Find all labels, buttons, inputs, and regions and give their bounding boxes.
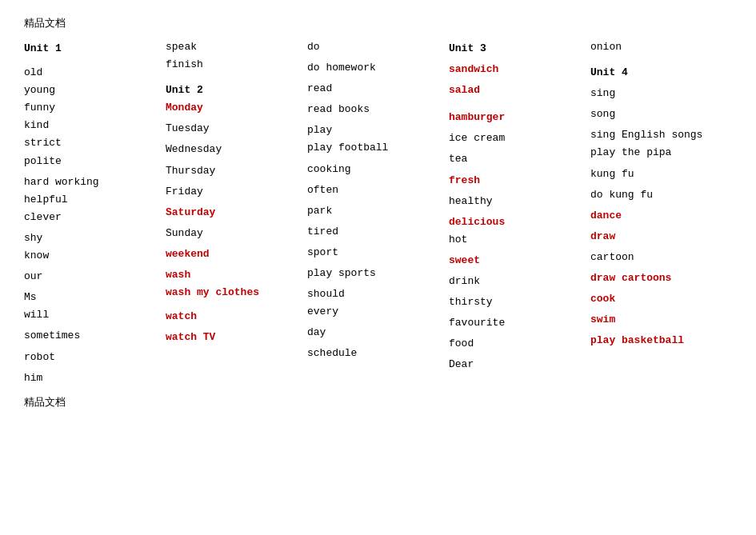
word-item: play sports xyxy=(307,265,441,282)
word-item: do homework xyxy=(307,59,441,77)
word-item: swim xyxy=(590,311,724,329)
word-item: finish xyxy=(166,56,299,74)
main-content: Unit 1oldyoungfunnykindstrictpolitehard … xyxy=(24,38,732,387)
word-item: dance xyxy=(590,207,724,225)
word-item: hamburger xyxy=(449,109,582,126)
word-item: him xyxy=(24,369,158,387)
word-item: strict xyxy=(24,134,158,152)
page-header: 精品文档 xyxy=(24,16,732,30)
word-item: watch xyxy=(166,308,299,325)
word-item: food xyxy=(449,335,582,353)
word-item: wash xyxy=(166,266,299,284)
word-item: sing xyxy=(590,85,724,102)
word-item: cooking xyxy=(307,161,441,178)
word-item: onion xyxy=(590,38,724,56)
column-col3: dodo homeworkreadread booksplayplay foot… xyxy=(307,38,449,387)
word-item: play xyxy=(307,122,441,139)
word-item: play the pipa xyxy=(590,144,724,162)
word-item: healthy xyxy=(449,193,582,210)
word-item: sandwich xyxy=(449,61,582,78)
word-item: do kung fu xyxy=(590,186,724,204)
word-item: delicious xyxy=(449,214,582,231)
word-item: kung fu xyxy=(590,166,724,183)
word-item: speak xyxy=(166,38,299,56)
word-item: every xyxy=(307,303,441,321)
word-item: cook xyxy=(590,290,724,308)
word-item: often xyxy=(307,182,441,199)
word-item: salad xyxy=(449,82,582,99)
word-item: weekend xyxy=(166,246,299,263)
word-item: clever xyxy=(24,209,158,226)
word-item: should xyxy=(307,285,441,303)
word-item: cartoon xyxy=(590,249,724,266)
word-item: Wednesday xyxy=(166,141,299,158)
word-item: polite xyxy=(24,153,158,170)
word-item: thirsty xyxy=(449,293,582,311)
word-item: Friday xyxy=(166,183,299,201)
word-item: draw xyxy=(590,228,724,246)
word-item: robot xyxy=(24,349,158,366)
word-item: hot xyxy=(449,231,582,249)
word-item: our xyxy=(24,268,158,285)
column-col2: speakfinishUnit 2MondayTuesdayWednesdayT… xyxy=(166,38,307,387)
spacer xyxy=(590,59,724,62)
page-footer: 精品文档 xyxy=(24,395,732,409)
word-item: Unit 1 xyxy=(24,40,158,58)
word-item: helpful xyxy=(24,191,158,209)
word-item: Unit 3 xyxy=(449,40,582,58)
word-item: favourite xyxy=(449,314,582,332)
word-item: fresh xyxy=(449,172,582,190)
column-col1: Unit 1oldyoungfunnykindstrictpolitehard … xyxy=(24,38,166,387)
word-item: funny xyxy=(24,99,158,117)
word-item: kind xyxy=(24,117,158,134)
word-item: play football xyxy=(307,139,441,157)
word-item: sometimes xyxy=(24,327,158,345)
word-item: tea xyxy=(449,150,582,168)
word-item: old xyxy=(24,64,158,82)
word-item: read xyxy=(307,80,441,98)
word-item: sport xyxy=(307,244,441,262)
word-item: Monday xyxy=(166,99,299,117)
word-item: tired xyxy=(307,223,441,241)
word-item: read books xyxy=(307,101,441,118)
column-col4: Unit 3sandwichsaladhamburgerice creamtea… xyxy=(449,38,590,387)
word-item: will xyxy=(24,306,158,324)
word-item: young xyxy=(24,82,158,99)
word-item: schedule xyxy=(307,345,441,362)
word-item: Thursday xyxy=(166,162,299,180)
word-item: Tuesday xyxy=(166,120,299,138)
word-item: wash my clothes xyxy=(166,284,299,301)
word-item: hard working xyxy=(24,174,158,191)
word-item: Dear xyxy=(449,356,582,373)
word-item: park xyxy=(307,202,441,220)
word-item: play basketball xyxy=(590,332,724,349)
word-item: know xyxy=(24,247,158,265)
word-item: Unit 4 xyxy=(590,64,724,82)
word-item: watch TV xyxy=(166,329,299,346)
spacer xyxy=(166,77,299,80)
word-item: draw cartoons xyxy=(590,269,724,287)
word-item: do xyxy=(307,38,441,56)
word-item: ice cream xyxy=(449,130,582,147)
word-item: day xyxy=(307,324,441,341)
column-col5: onionUnit 4singsongsing English songspla… xyxy=(590,38,732,387)
word-item: drink xyxy=(449,273,582,290)
word-item: shy xyxy=(24,230,158,247)
word-item: Ms xyxy=(24,289,158,306)
word-item: Saturday xyxy=(166,204,299,222)
word-item: song xyxy=(590,106,724,123)
word-item: Unit 2 xyxy=(166,82,299,99)
word-item: Sunday xyxy=(166,225,299,242)
word-item: sweet xyxy=(449,252,582,269)
word-item: sing English songs xyxy=(590,126,724,144)
